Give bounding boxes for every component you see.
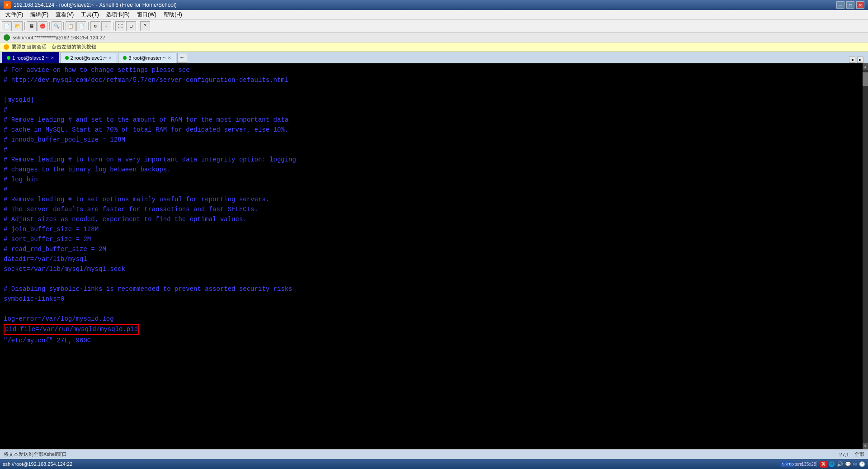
terminal-size-icon: 135x28 bbox=[805, 460, 812, 468]
toolbar-connect-btn[interactable]: 🖥 bbox=[27, 21, 37, 31]
terminal[interactable]: # For advice on how to change settings p… bbox=[0, 63, 868, 449]
toolbar-open-btn[interactable]: 📂 bbox=[13, 21, 23, 31]
title-bar-left: X 192.168.254.124 - root@slave2:~ - Xshe… bbox=[4, 1, 177, 9]
tab-label-1: 1 root@slave2:~ bbox=[12, 55, 49, 61]
notification-bar: 要添加当前会话，点击左侧的前头按钮. bbox=[0, 43, 868, 52]
toolbar-transfer-btn[interactable]: ↕ bbox=[101, 21, 111, 31]
restore-button[interactable]: ◻ bbox=[846, 1, 854, 9]
menu-window[interactable]: 窗口(W) bbox=[133, 10, 160, 19]
taskbar: ssh://root@192.168.254.124:22 SSH2 xterm… bbox=[0, 459, 868, 469]
ssh2-label: SSH2 bbox=[780, 461, 794, 467]
network-icon: 🌐 bbox=[829, 461, 835, 467]
term-line-16: # join_buffer_size = 128M bbox=[4, 224, 864, 234]
toolbar-search-btn[interactable]: 🔍 bbox=[52, 21, 61, 31]
terminal-size-label: 135x28 bbox=[802, 462, 816, 467]
clock-icon: 🕐 bbox=[859, 461, 865, 467]
highlight-box: pid-file=/var/run/mysqld/mysqld.pid bbox=[4, 324, 139, 335]
toolbar-sep-3 bbox=[63, 22, 64, 30]
menu-tools[interactable]: 工具(T) bbox=[77, 10, 102, 19]
term-line-18: # read_rnd_buffer_size = 2M bbox=[4, 244, 864, 254]
tab-indicator-2 bbox=[65, 56, 69, 60]
taskbar-right: SSH2 xterm 135x28 英 🌐 🔊 💬 ✉ 🕐 bbox=[783, 460, 865, 468]
term-line-19: datadir=/var/lib/mysql bbox=[4, 254, 864, 264]
status-right: 27,1 全部 bbox=[840, 451, 864, 458]
xterm-icon: xterm bbox=[794, 460, 802, 468]
term-line-25: log-error=/var/log/mysqld.log bbox=[4, 314, 864, 324]
menu-edit[interactable]: 编辑(E) bbox=[27, 10, 52, 19]
ssh2-icon: SSH2 bbox=[783, 460, 791, 468]
tab-scroll-right[interactable]: ▶ bbox=[857, 57, 863, 63]
task-sep bbox=[816, 461, 816, 467]
window-controls: ─ ◻ ✕ bbox=[836, 1, 864, 9]
term-line-23: symbolic-links=0 bbox=[4, 294, 864, 304]
tab-1[interactable]: 1 root@slave2:~ ✕ bbox=[2, 52, 59, 63]
toolbar-help-btn[interactable]: ? bbox=[140, 21, 150, 31]
scroll-thumb[interactable] bbox=[863, 72, 868, 86]
term-line-7: # innodb_buffer_pool_size = 128M bbox=[4, 135, 864, 145]
toolbar-sep-6 bbox=[138, 22, 138, 30]
minimize-button[interactable]: ─ bbox=[836, 1, 844, 9]
term-line-8: # bbox=[4, 145, 864, 155]
taskbar-left: ssh://root@192.168.254.124:22 bbox=[3, 461, 72, 467]
address-bar-text: ssh://root:***********@192.168.254.124:2… bbox=[13, 35, 105, 40]
term-line-1: # http://dev.mysql.com/doc/refman/5.7/en… bbox=[4, 75, 864, 85]
toolbar-sep-2 bbox=[49, 22, 50, 30]
toolbar-fullscreen-btn[interactable]: ⛶ bbox=[115, 21, 125, 31]
sys-tray: 英 🌐 🔊 💬 ✉ 🕐 bbox=[820, 461, 865, 468]
term-line-0: # For advice on how to change settings p… bbox=[4, 65, 864, 75]
term-line-22: # Disabling symbolic-links is recommende… bbox=[4, 284, 864, 294]
tab-close-1[interactable]: ✕ bbox=[51, 56, 54, 60]
tab-indicator-3 bbox=[123, 56, 127, 60]
tab-close-3[interactable]: ✕ bbox=[168, 56, 171, 60]
tab-close-2[interactable]: ✕ bbox=[108, 56, 112, 60]
taskbar-ssh-info: ssh://root@192.168.254.124:22 bbox=[3, 461, 72, 467]
notify-icon: 💬 bbox=[845, 461, 851, 467]
toolbar-paste-btn[interactable]: 📋 bbox=[66, 21, 75, 31]
notif-text: 要添加当前会话，点击左侧的前头按钮. bbox=[12, 43, 98, 50]
window-title: 192.168.254.124 - root@slave2:~ - Xshell… bbox=[14, 2, 177, 8]
toolbar-new-btn[interactable]: 📄 bbox=[2, 21, 12, 31]
tab-label-3: 3 root@master:~ bbox=[128, 55, 165, 61]
toolbar-disconnect-btn[interactable]: ⛔ bbox=[38, 21, 47, 31]
term-line-3: [mysqld] bbox=[4, 95, 864, 105]
menu-bar: 文件(F) 编辑(E) 查看(V) 工具(T) 选项卡(B) 窗口(W) 帮助(… bbox=[0, 10, 868, 20]
connection-status-icon bbox=[4, 34, 10, 41]
term-line-6: # cache in MySQL. Start at 70% of total … bbox=[4, 125, 864, 135]
scroll-up-button[interactable]: ▲ bbox=[863, 63, 868, 70]
tab-3[interactable]: 3 root@master:~ ✕ bbox=[118, 52, 176, 63]
status-bar: 将文本发送到全部Xshell窗口 27,1 全部 bbox=[0, 449, 868, 459]
term-line-20: socket=/var/lib/mysql/mysql.sock bbox=[4, 264, 864, 274]
toolbar-settings-btn[interactable]: ⚙ bbox=[90, 21, 100, 31]
tab-2[interactable]: 2 root@slave1:~ ✕ bbox=[60, 52, 118, 63]
term-line-12: # bbox=[4, 185, 864, 194]
term-line-9: # Remove leading # to turn on a very imp… bbox=[4, 155, 864, 165]
scrollbar[interactable]: ▲ ▼ bbox=[863, 63, 868, 449]
toolbar-sep-5 bbox=[113, 22, 113, 30]
term-line-26: pid-file=/var/run/mysqld/mysqld.pid bbox=[4, 324, 864, 335]
tab-indicator-1 bbox=[7, 56, 10, 60]
close-button[interactable]: ✕ bbox=[856, 1, 864, 9]
term-line-10: # changes to the binary log between back… bbox=[4, 165, 864, 175]
term-line-24 bbox=[4, 304, 864, 314]
term-line-11: # log_bin bbox=[4, 175, 864, 185]
tab-label-2: 2 root@slave1:~ bbox=[71, 55, 107, 61]
menu-file[interactable]: 文件(F) bbox=[2, 10, 27, 19]
toolbar-grid-btn[interactable]: ⊞ bbox=[126, 21, 136, 31]
toolbar: 📄 📂 🖥 ⛔ 🔍 📋 📄 ⚙ ↕ ⛶ ⊞ ? bbox=[0, 20, 868, 33]
menu-view[interactable]: 查看(V) bbox=[52, 10, 77, 19]
menu-tab[interactable]: 选项卡(B) bbox=[103, 10, 133, 19]
tabs-bar: 1 root@slave2:~ ✕ 2 root@slave1:~ ✕ 3 ro… bbox=[0, 52, 868, 63]
tab-add-button[interactable]: + bbox=[177, 53, 187, 63]
menu-help[interactable]: 帮助(H) bbox=[160, 10, 186, 19]
term-line-13: # Remove leading # to set options mainly… bbox=[4, 194, 864, 204]
tab-scroll-left[interactable]: ◀ bbox=[849, 57, 855, 63]
toolbar-copy-btn[interactable]: 📄 bbox=[76, 21, 86, 31]
toolbar-sep-1 bbox=[24, 22, 25, 30]
term-line-27: "/etc/my.cnf" 27L, 960C bbox=[4, 336, 864, 346]
lang-icon: 英 bbox=[820, 461, 827, 468]
msg-icon: ✉ bbox=[853, 461, 857, 467]
term-line-15: # Adjust sizes as needed, experiment to … bbox=[4, 214, 864, 224]
title-bar: X 192.168.254.124 - root@slave2:~ - Xshe… bbox=[0, 0, 868, 10]
scroll-down-button[interactable]: ▼ bbox=[863, 443, 868, 449]
term-line-17: # sort_buffer_size = 2M bbox=[4, 234, 864, 244]
